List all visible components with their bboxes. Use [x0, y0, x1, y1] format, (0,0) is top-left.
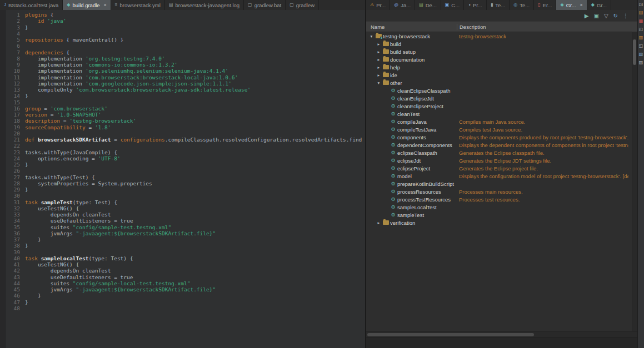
- code-text: def browserstackSDKArtifact = configurat…: [25, 137, 365, 143]
- tree-row-ide[interactable]: ▸ide: [366, 71, 632, 79]
- tree-row-other[interactable]: ▾other: [366, 79, 632, 87]
- code-text: dependsOn cleanTest: [25, 268, 111, 274]
- tree-row-build-setup[interactable]: ▸build setup: [366, 48, 632, 56]
- code-line: 13 compileOnly 'com.browserstack:browser…: [6, 87, 365, 93]
- code-area[interactable]: 1plugins {2 id 'java'3}45repositories { …: [6, 12, 365, 311]
- view-tab-de-[interactable]: ▤De...: [415, 0, 441, 10]
- column-header-name[interactable]: Name: [366, 24, 457, 30]
- minimized-view-icon[interactable]: ▨: [639, 60, 643, 65]
- code-text: }: [25, 93, 28, 99]
- task-name: eclipseJdt: [397, 158, 421, 164]
- project-folder-shape: [376, 34, 382, 38]
- expand-closed-icon[interactable]: ▸: [376, 220, 382, 225]
- code-text: }: [25, 162, 28, 168]
- minimized-view-icon[interactable]: ◳: [639, 2, 643, 7]
- view-tab-pr-[interactable]: ◑Pr...: [464, 0, 487, 10]
- tree-row-cleanEclipseClasspath[interactable]: ⚙cleanEclipseClasspath: [366, 87, 632, 94]
- tree-row-cleanEclipseProject[interactable]: ⚙cleanEclipseProject: [366, 102, 632, 110]
- filter-tasks-icon[interactable]: ▽: [604, 13, 608, 19]
- task-name: dependentComponents: [397, 142, 452, 148]
- tree-row-help[interactable]: ▸help: [366, 63, 632, 71]
- vertical-scrollbar[interactable]: [632, 32, 637, 332]
- minimized-view-icon[interactable]: ◰: [639, 27, 643, 32]
- code-text: implementation 'com.googlecode.json-simp…: [25, 80, 232, 87]
- code-line: 12 implementation 'com.googlecode.json-s…: [6, 80, 365, 87]
- tree-row-eclipseClasspath[interactable]: ⚙eclipseClasspathGenerates the Eclipse c…: [366, 149, 632, 157]
- view-menu-icon[interactable]: ⋮: [623, 13, 628, 19]
- tree-row-eclipseProject[interactable]: ⚙eclipseProjectGenerates the Eclipse pro…: [366, 164, 632, 172]
- launch-run-configuration-icon[interactable]: ▣: [593, 13, 598, 19]
- refresh-projects-icon[interactable]: ↻: [613, 13, 618, 19]
- task-name: cleanTest: [397, 111, 420, 117]
- editor-tab-bstacklocaltest-java[interactable]: JBStackLocalTest.java: [0, 0, 63, 10]
- editor-tab-gradlew[interactable]: ▢gradlew: [286, 0, 319, 10]
- view-tab-ja-[interactable]: @Ja...: [390, 0, 415, 10]
- view-tab-gr-[interactable]: ◆Gr...×: [556, 0, 587, 10]
- tree-row-sampleTest[interactable]: ⚙sampleTest: [366, 211, 632, 219]
- tree-row-dependentComponents[interactable]: ⚙dependentComponentsDisplays the depende…: [366, 141, 632, 149]
- minimized-view-icon[interactable]: ▧: [639, 52, 643, 57]
- expand-closed-icon[interactable]: ▸: [376, 65, 382, 70]
- minimized-view-icon[interactable]: ▥: [639, 36, 643, 40]
- scrollbar-thumb[interactable]: [367, 333, 534, 336]
- tab-label: browserstack.yml: [120, 2, 161, 8]
- view-tab-te-[interactable]: ▮Te...: [487, 0, 510, 10]
- expand-closed-icon[interactable]: ▸: [376, 57, 382, 62]
- code-text: dependencies {: [25, 49, 69, 56]
- column-header-description[interactable]: Description: [457, 24, 637, 30]
- tree-row-sampleLocalTest[interactable]: ⚙sampleLocalTest: [366, 203, 632, 211]
- tab-label: C...: [451, 2, 460, 8]
- expand-closed-icon[interactable]: ▸: [376, 42, 382, 47]
- scrollbar-thumb[interactable]: [633, 39, 636, 65]
- tree-row-prepareKotlinBuildScript[interactable]: ⚙prepareKotlinBuildScript: [366, 180, 632, 188]
- tree-row-cleanTest[interactable]: ⚙cleanTest: [366, 110, 632, 118]
- editor-tab-gradlew-bat[interactable]: ▢gradlew.bat: [244, 0, 286, 10]
- expand-open-icon[interactable]: ▾: [376, 80, 382, 85]
- code-line: 16group = 'com.browserstack': [6, 105, 365, 112]
- minimized-view-icon[interactable]: ◱: [639, 44, 643, 48]
- view-tab-c-[interactable]: ▣C...: [441, 0, 464, 10]
- tree-row-compileJava[interactable]: ⚙compileJavaCompiles main Java source.: [366, 118, 632, 125]
- tree-row-documentation[interactable]: ▸documentation: [366, 56, 632, 63]
- editor-tab-browserstack-yml[interactable]: ≡browserstack.yml: [111, 0, 165, 10]
- tree-row-testng-browserstack[interactable]: ▾testng-browserstacktestng-browserstack: [366, 32, 632, 40]
- task-description: Generates the Eclipse classpath file.: [459, 149, 545, 157]
- tree-row-processTestResources[interactable]: ⚙processTestResourcesProcesses test reso…: [366, 195, 632, 203]
- tree-row-model[interactable]: ⚙modelDisplays the configuration model o…: [366, 172, 632, 180]
- task-name: help: [390, 64, 400, 70]
- tree-row-cleanEclipseJdt[interactable]: ⚙cleanEclipseJdt: [366, 94, 632, 102]
- minimized-view-icon[interactable]: ▦: [639, 19, 643, 23]
- tab-label: Te...: [495, 2, 505, 8]
- code-line: 26: [6, 168, 365, 174]
- gear-icon: ⚙: [391, 143, 395, 148]
- expand-open-icon[interactable]: ▾: [368, 34, 375, 39]
- view-tab-pr-[interactable]: ⚠Pr...: [366, 0, 390, 10]
- tree-row-verification[interactable]: ▸verification: [366, 219, 632, 226]
- horizontal-scrollbar[interactable]: [366, 331, 637, 337]
- gradle-task-tree[interactable]: ▾testng-browserstacktestng-browserstack▸…: [366, 32, 632, 226]
- code-text: }: [25, 24, 28, 31]
- view-tab-te-[interactable]: ◎Te...: [510, 0, 534, 10]
- line-number: 30: [6, 193, 25, 199]
- editor-tab-browserstack-javaagent-log[interactable]: ▤browserstack-javaagent.log: [165, 0, 244, 10]
- tab-label: De...: [426, 2, 437, 8]
- minimized-view-icon[interactable]: ▤: [639, 11, 643, 15]
- code-editor[interactable]: 1plugins {2 id 'java'3}45repositories { …: [0, 10, 365, 348]
- gear-icon: ⚙: [391, 150, 395, 155]
- view-tab-gr-[interactable]: ◆Gr...: [587, 0, 611, 10]
- code-line: 32 useTestNG() {: [6, 205, 365, 211]
- expand-closed-icon[interactable]: ▸: [376, 49, 382, 54]
- launch-gradle-build-icon[interactable]: ▶: [585, 13, 589, 19]
- console-view-icon: ▣: [445, 3, 450, 7]
- tab-label: build.gradle: [72, 2, 99, 8]
- editor-tab-build-gradle[interactable]: ◆build.gradle×: [63, 0, 111, 10]
- tree-row-build[interactable]: ▸build: [366, 40, 632, 48]
- tree-row-compileTestJava[interactable]: ⚙compileTestJavaCompiles test Java sourc…: [366, 125, 632, 133]
- expand-closed-icon[interactable]: ▸: [376, 73, 382, 78]
- close-tab-icon[interactable]: ×: [104, 2, 107, 8]
- tree-row-components[interactable]: ⚙componentsDisplays the components produ…: [366, 133, 632, 141]
- close-tab-icon[interactable]: ×: [580, 2, 583, 8]
- tree-row-eclipseJdt[interactable]: ⚙eclipseJdtGenerates the Eclipse JDT set…: [366, 157, 632, 164]
- view-tab-er-[interactable]: ▯Er...: [534, 0, 556, 10]
- tree-row-processResources[interactable]: ⚙processResourcesProcesses main resource…: [366, 188, 632, 195]
